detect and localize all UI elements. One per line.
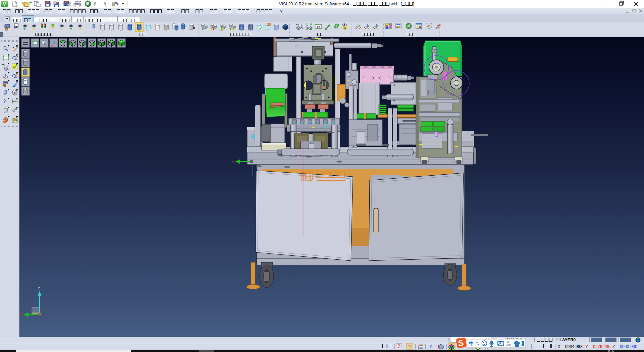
svg-text:中: 中 [469, 341, 474, 346]
svg-text:°,: °, [476, 341, 479, 346]
svg-text:10: 10 [419, 347, 422, 349]
svg-text:Z: Z [250, 132, 253, 136]
svg-text:1:1: 1:1 [317, 26, 321, 29]
svg-text:?: ? [429, 344, 432, 349]
svg-text:7: 7 [509, 344, 511, 346]
svg-text:Y: Y [232, 160, 234, 165]
svg-text:Y: Y [20, 313, 22, 317]
svg-text:Z: Z [38, 287, 40, 291]
